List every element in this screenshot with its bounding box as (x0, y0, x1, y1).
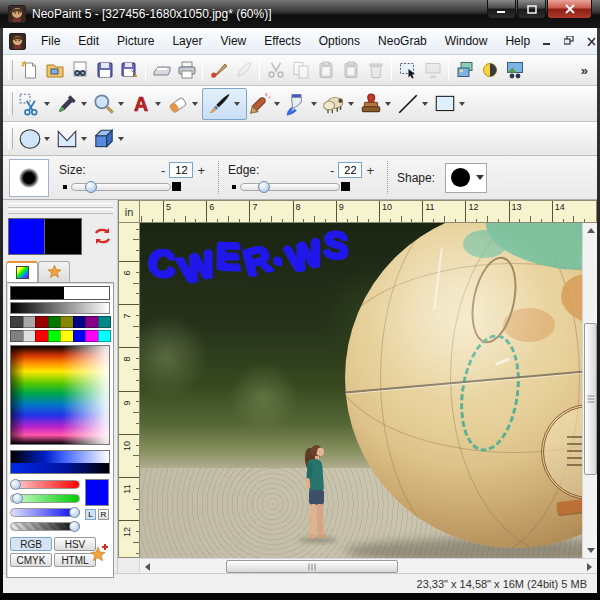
stamp-tool[interactable] (358, 91, 384, 117)
palette-swatch[interactable] (98, 316, 112, 328)
dropdown-arrow-icon[interactable] (311, 102, 317, 106)
luminance-strip[interactable] (10, 450, 110, 474)
edge-value[interactable]: 22 (338, 162, 362, 178)
dropdown-arrow-icon[interactable] (422, 102, 428, 106)
brightness-button[interactable] (477, 58, 502, 83)
palette-swatch[interactable] (23, 316, 37, 328)
dropdown-arrow-icon[interactable] (44, 102, 50, 106)
menu-item-layer[interactable]: Layer (163, 30, 211, 52)
dropdown-arrow-icon[interactable] (81, 102, 87, 106)
menu-item-neograb[interactable]: NeoGrab (369, 30, 436, 52)
dropdown-arrow-icon[interactable] (81, 137, 87, 141)
edge-increment-button[interactable]: + (362, 163, 378, 178)
swap-colors-icon[interactable] (94, 226, 111, 246)
menu-item-file[interactable]: File (32, 30, 69, 52)
scroll-left-button[interactable] (140, 559, 155, 574)
size-value[interactable]: 12 (169, 162, 193, 178)
size-slider-thumb[interactable] (85, 181, 97, 193)
shape-selector[interactable] (445, 163, 487, 193)
rectangle-tool[interactable] (432, 91, 458, 117)
panel-grip[interactable] (8, 209, 113, 214)
save-button[interactable] (92, 58, 117, 83)
blue-slider[interactable] (10, 507, 80, 518)
vertical-scrollbar[interactable] (582, 223, 597, 558)
background-color-swatch[interactable] (45, 218, 82, 255)
add-favorite-button[interactable] (89, 543, 111, 563)
eyedropper-tool[interactable] (54, 91, 80, 117)
panel-grip[interactable] (8, 203, 113, 208)
red-slider[interactable] (10, 479, 80, 490)
close-button[interactable] (547, 0, 592, 19)
dropdown-arrow-icon[interactable] (459, 102, 465, 106)
palette-swatch[interactable] (35, 330, 49, 342)
view-image-button[interactable] (502, 58, 527, 83)
menu-item-edit[interactable]: Edit (69, 30, 108, 52)
palette-swatch[interactable] (85, 330, 99, 342)
mdi-restore-button[interactable] (561, 34, 577, 48)
minimize-button[interactable] (487, 0, 516, 19)
browse-button[interactable] (67, 58, 92, 83)
paint-tube-tool[interactable] (284, 91, 310, 117)
left-color-button[interactable]: L (85, 509, 96, 520)
clone-tool[interactable] (321, 91, 347, 117)
dropdown-arrow-icon[interactable] (118, 137, 124, 141)
red-slider-thumb[interactable] (10, 479, 21, 490)
print-button[interactable] (174, 58, 199, 83)
dropdown-arrow-icon[interactable] (44, 137, 50, 141)
tab-color-picker[interactable] (6, 261, 38, 282)
mdi-minimize-button[interactable] (539, 34, 555, 48)
image-list-button[interactable] (452, 58, 477, 83)
menu-item-view[interactable]: View (211, 30, 255, 52)
palette-swatch[interactable] (48, 316, 62, 328)
select-button[interactable] (395, 58, 420, 83)
palette-swatch[interactable] (35, 316, 49, 328)
selection-tool[interactable] (17, 91, 43, 117)
foreground-color-swatch[interactable] (8, 218, 45, 255)
palette-swatch[interactable] (98, 330, 112, 342)
text-tool[interactable]: A (128, 91, 154, 117)
dropdown-arrow-icon[interactable] (234, 102, 240, 106)
white-swatch[interactable] (64, 287, 109, 299)
dropdown-arrow-icon[interactable] (348, 102, 354, 106)
vertical-scrollbar-thumb[interactable] (584, 323, 597, 475)
polygon-tool[interactable] (54, 126, 80, 152)
palette-swatch[interactable] (48, 330, 62, 342)
palette-swatch[interactable] (73, 330, 87, 342)
rainbow-picker[interactable] (10, 345, 110, 445)
dropdown-arrow-icon[interactable] (476, 175, 484, 180)
right-color-button[interactable]: R (98, 509, 109, 520)
palette-swatch[interactable] (10, 330, 24, 342)
maximize-button[interactable] (517, 0, 546, 19)
edge-decrement-button[interactable]: - (326, 163, 338, 178)
dropdown-arrow-icon[interactable] (274, 102, 280, 106)
horizontal-scrollbar[interactable] (140, 558, 597, 573)
palette-swatch[interactable] (60, 316, 74, 328)
toolbar-grip[interactable] (8, 128, 13, 150)
green-slider[interactable] (10, 493, 80, 504)
open-button[interactable] (42, 58, 67, 83)
black-swatch[interactable] (11, 287, 64, 299)
scroll-down-button[interactable] (583, 543, 597, 558)
dropdown-arrow-icon[interactable] (192, 102, 198, 106)
ruler-unit[interactable]: in (118, 200, 140, 223)
menu-item-options[interactable]: Options (310, 30, 369, 52)
dropdown-arrow-icon[interactable] (118, 102, 124, 106)
dropdown-arrow-icon[interactable] (385, 102, 391, 106)
palette-swatch[interactable] (85, 316, 99, 328)
menu-item-window[interactable]: Window (436, 30, 497, 52)
green-slider-thumb[interactable] (12, 493, 23, 504)
save-as-button[interactable] (117, 58, 142, 83)
scan-button[interactable] (149, 58, 174, 83)
wide-brush-tool[interactable] (247, 91, 273, 117)
edge-slider-thumb[interactable] (258, 181, 270, 193)
horizontal-scrollbar-thumb[interactable] (226, 560, 398, 573)
paintbrush-tool-selected[interactable] (202, 88, 247, 120)
palette-swatch[interactable] (10, 316, 24, 328)
mode-rgb-button[interactable]: RGB (10, 537, 52, 551)
edge-slider[interactable] (232, 181, 350, 193)
mode-cmyk-button[interactable]: CMYK (10, 553, 52, 567)
canvas[interactable]: CWER.WS (140, 223, 582, 558)
toolbar-grip[interactable] (8, 60, 13, 80)
ellipse-tool[interactable] (17, 126, 43, 152)
eraser-tool[interactable] (165, 91, 191, 117)
